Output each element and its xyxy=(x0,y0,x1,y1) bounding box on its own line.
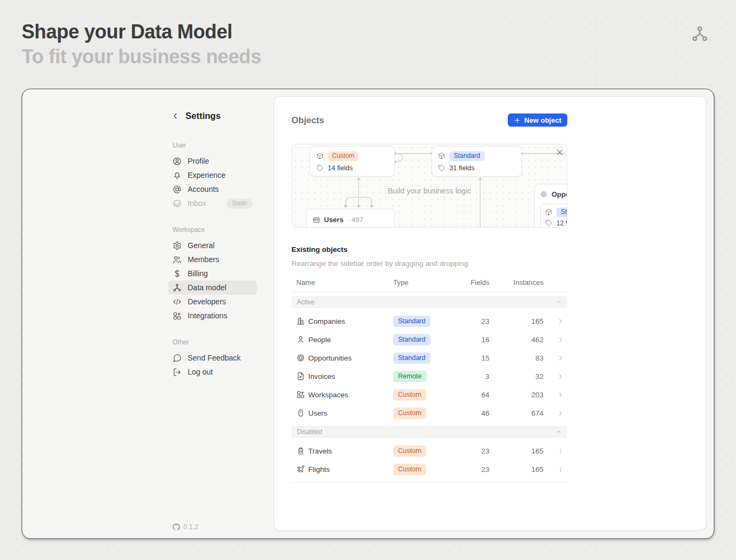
cube-icon xyxy=(545,209,552,216)
row-action-button[interactable] xyxy=(553,462,567,476)
cube-icon xyxy=(438,152,445,159)
column-header-type: Type xyxy=(393,278,458,286)
person-icon xyxy=(296,335,305,344)
sidebar-item-send-feedback[interactable]: Send Feedback xyxy=(168,351,257,365)
sidebar-item-profile[interactable]: Profile xyxy=(168,154,257,168)
sidebar-section-label: User xyxy=(168,142,257,149)
page-header: Shape your Data Model To fit your busine… xyxy=(22,19,261,69)
object-type-cell: Remote xyxy=(393,371,427,382)
github-icon xyxy=(173,523,180,531)
sidebar-item-experience[interactable]: Experience xyxy=(168,168,257,182)
panel-title: Objects xyxy=(291,115,324,125)
sidebar-item-label: Integrations xyxy=(188,311,227,320)
grid-plus-icon xyxy=(173,311,182,321)
row-action-button[interactable] xyxy=(553,406,567,420)
business-logic-banner: Custom 14 fields Standard xyxy=(291,144,567,228)
instances-count: 203 xyxy=(531,391,543,399)
table-row-companies[interactable]: CompaniesStandard23165 xyxy=(291,312,567,330)
kebab-icon xyxy=(557,466,564,473)
fields-count: 16 xyxy=(481,336,489,344)
sidebar-section-user: UserProfileExperienceAccountsInboxSoon xyxy=(168,142,257,210)
chevron-left-icon[interactable] xyxy=(171,112,180,120)
diagram-type-row: Standard xyxy=(545,208,567,217)
at-sign-icon xyxy=(173,185,182,194)
table-row-invoices[interactable]: InvoicesRemote332 xyxy=(291,367,567,385)
existing-objects-subheading: Rearrange the sidebar order by dragging … xyxy=(291,259,567,268)
row-action-button[interactable] xyxy=(553,444,567,458)
existing-objects-heading: Existing objects xyxy=(291,245,567,254)
sidebar-item-integrations[interactable]: Integrations xyxy=(168,309,257,323)
settings-back[interactable]: Settings xyxy=(171,111,221,121)
group-header-disabled[interactable]: Disabled xyxy=(291,426,567,438)
object-type-cell: Custom xyxy=(393,445,426,457)
sidebar-item-label: Members xyxy=(188,255,219,264)
sidebar-item-developers[interactable]: Developers xyxy=(168,295,257,309)
dollar-icon xyxy=(173,269,182,278)
table-row-flights[interactable]: FlightsCustom23165 xyxy=(291,460,567,478)
sidebar-sections: UserProfileExperienceAccountsInboxSoonWo… xyxy=(168,142,257,395)
table-row-opportunities[interactable]: OpportunitiesStandard1583 xyxy=(291,349,567,367)
plus-icon xyxy=(514,117,521,124)
settings-sidebar: Settings UserProfileExperienceAccountsIn… xyxy=(168,89,283,538)
sidebar-item-label: Profile xyxy=(188,157,209,165)
instances-count: 165 xyxy=(531,465,543,474)
diagram-card-custom[interactable]: Custom 14 fields xyxy=(310,146,395,177)
table-row-people[interactable]: PeopleStandard16462 xyxy=(291,330,567,349)
object-count-label: · 497 xyxy=(347,216,363,224)
fields-count: 23 xyxy=(481,465,489,474)
cube-icon xyxy=(316,152,323,159)
fields-count: 3 xyxy=(485,372,489,381)
kebab-icon xyxy=(557,448,564,455)
object-name: Invoices xyxy=(308,372,393,381)
sidebar-item-general[interactable]: General xyxy=(168,238,257,252)
row-action-button[interactable] xyxy=(553,314,567,328)
table-row-workspaces[interactable]: WorkspacesCustom64203 xyxy=(291,385,567,404)
building-icon xyxy=(296,317,305,325)
sidebar-item-label: Log out xyxy=(188,368,213,376)
new-object-button[interactable]: New object xyxy=(508,114,567,126)
chevron-right-icon xyxy=(557,355,564,362)
sidebar-item-members[interactable]: Members xyxy=(168,252,257,266)
chevron-up-icon[interactable] xyxy=(555,299,562,305)
sidebar-item-billing[interactable]: Billing xyxy=(168,266,257,281)
page-subtitle: To fit your business needs xyxy=(22,44,261,69)
log-out-icon xyxy=(173,368,182,377)
x-icon xyxy=(555,148,564,157)
table-row-users[interactable]: UsersCustom46674 xyxy=(291,404,567,422)
sidebar-item-label: Send Feedback xyxy=(188,354,241,362)
type-badge: Custom xyxy=(328,151,359,161)
diagram-card-standard[interactable]: Standard 31 fields xyxy=(432,146,522,177)
group-header-active[interactable]: Active xyxy=(291,296,567,308)
fields-count-label: 12 fields xyxy=(556,219,567,227)
sidebar-item-inbox[interactable]: InboxSoon xyxy=(168,196,257,210)
object-name: Opportunities xyxy=(308,354,393,362)
row-action-button[interactable] xyxy=(553,332,567,346)
fields-count-label: 31 fields xyxy=(449,164,475,172)
sidebar-section-label: Other xyxy=(168,338,257,346)
banner-close-button[interactable] xyxy=(555,148,565,158)
type-badge: Custom xyxy=(393,445,426,457)
tag-icon xyxy=(438,164,445,171)
fields-count: 15 xyxy=(481,354,489,362)
settings-title: Settings xyxy=(185,111,221,121)
sidebar-item-accounts[interactable]: Accounts xyxy=(168,182,257,196)
code-icon xyxy=(173,297,182,306)
fields-count: 64 xyxy=(481,391,489,399)
version-label: 0.1.2 xyxy=(183,523,198,531)
chevron-up-icon[interactable] xyxy=(555,429,562,435)
object-type-cell: Standard xyxy=(393,316,430,327)
type-badge: Custom xyxy=(393,389,426,401)
table-row-travels[interactable]: TravelsCustom23165 xyxy=(291,442,567,460)
objects-panel-header: Objects New object xyxy=(291,113,567,127)
window-icon xyxy=(313,216,320,224)
instances-count: 674 xyxy=(531,409,543,417)
row-action-button[interactable] xyxy=(553,351,567,365)
type-badge: Custom xyxy=(393,464,426,475)
row-action-button[interactable] xyxy=(553,369,567,383)
speech-bubble-icon xyxy=(173,354,182,363)
sidebar-item-data-model[interactable]: Data model xyxy=(168,281,257,295)
diagram-card-users[interactable]: Users · 497 xyxy=(306,209,395,228)
sidebar-item-log-out[interactable]: Log out xyxy=(168,365,257,379)
bell-icon xyxy=(173,171,182,180)
row-action-button[interactable] xyxy=(553,388,567,402)
